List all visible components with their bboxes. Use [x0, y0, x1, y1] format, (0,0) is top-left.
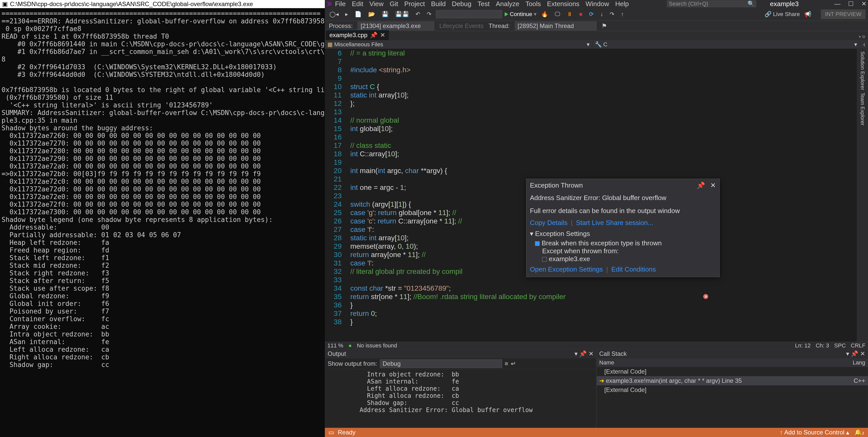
- zoom-level[interactable]: 111 %: [328, 342, 343, 349]
- scope-dropdown[interactable]: ▦ Miscellaneous Files ▾: [325, 41, 592, 48]
- col-name[interactable]: Name: [599, 359, 845, 366]
- pin-icon[interactable]: 📌: [370, 32, 378, 39]
- new-item-icon[interactable]: 📄: [352, 10, 364, 19]
- callstack-row[interactable]: [External Code]: [597, 367, 868, 376]
- config-dropdown[interactable]: [436, 10, 502, 18]
- liveshare-button[interactable]: 🔗 Live Share: [765, 11, 800, 18]
- debug-badge-icon: ▭: [329, 429, 334, 436]
- code-editor[interactable]: 6789101112131415161718192021222324252627…: [325, 49, 857, 342]
- exception-title: Exception Thrown: [530, 181, 583, 189]
- exception-popup: Exception Thrown 📌 ✕ Address Sanitizer E…: [526, 179, 720, 277]
- edit-conditions-link[interactable]: Edit Conditions: [611, 265, 656, 273]
- side-tool-tabs: Solution Explorer Team Explorer: [857, 49, 868, 342]
- split-icon[interactable]: ⫞: [860, 41, 868, 48]
- cmd-icon: ▣: [2, 1, 8, 8]
- clear-icon[interactable]: ≡: [505, 360, 508, 367]
- col-lang[interactable]: Lang: [845, 359, 865, 366]
- save-all-icon[interactable]: 💾💾: [393, 10, 411, 19]
- process-label: Process:: [329, 23, 352, 30]
- exception-settings-header[interactable]: ▾ Exception Settings: [530, 230, 716, 238]
- close-icon[interactable]: ✕: [860, 350, 865, 357]
- line-numbers: 6789101112131415161718192021222324252627…: [325, 49, 345, 326]
- line-indicator[interactable]: Ln: 12: [795, 342, 811, 349]
- step-out-icon[interactable]: ↑: [619, 10, 626, 19]
- solution-explorer-tab[interactable]: Solution Explorer: [860, 52, 865, 90]
- dropdown-icon[interactable]: ▾: [846, 350, 849, 357]
- col-indicator[interactable]: Ch: 3: [816, 342, 829, 349]
- close-icon[interactable]: ✕: [589, 350, 594, 357]
- step-over-icon[interactable]: ↷: [608, 10, 616, 19]
- tab-label: example3.cpp: [330, 32, 367, 39]
- module-checkbox[interactable]: [542, 257, 547, 262]
- error-marker-icon[interactable]: ✕: [703, 294, 708, 299]
- open-exception-settings-link[interactable]: Open Exception Settings: [530, 265, 603, 273]
- eol-indicator[interactable]: CRLF: [851, 342, 865, 349]
- debug-location-toolbar: Process: [21304] example3.exe Lifecycle …: [325, 21, 868, 31]
- nav-back-icon[interactable]: ◯◂: [328, 10, 341, 19]
- close-tab-icon[interactable]: ✕: [380, 32, 385, 39]
- redo-icon[interactable]: ↷: [425, 10, 433, 19]
- pin-icon[interactable]: 📌: [579, 350, 587, 357]
- tab-overflow-icon[interactable]: ▾ ⚙: [856, 33, 868, 40]
- break-when-checkbox[interactable]: [535, 241, 539, 246]
- step-into-icon[interactable]: ↓: [598, 10, 605, 19]
- search-placeholder: Search (Ctrl+Q): [669, 1, 708, 7]
- liveshare-icon: 🔗: [765, 11, 771, 17]
- thread-dropdown[interactable]: [28952] Main Thread: [515, 22, 596, 30]
- quick-search[interactable]: Search (Ctrl+Q) 🔍: [667, 1, 756, 7]
- tab-example3[interactable]: example3.cpp 📌 ✕: [326, 30, 389, 40]
- vs-titlebar[interactable]: FileEditViewGitProjectBuildDebugTestAnal…: [325, 0, 868, 8]
- stop-icon[interactable]: ■: [577, 10, 584, 19]
- pin-icon[interactable]: 📌: [851, 350, 858, 357]
- code-navbar: ▦ Miscellaneous Files ▾ 🔧 C ▾ ⫞: [325, 40, 868, 49]
- console-window: ▣ C:\MSDN\cpp-docs-pr\docs\c-language\AS…: [0, 0, 325, 437]
- maximize-button[interactable]: ☐: [848, 0, 854, 7]
- save-icon[interactable]: 💾: [380, 10, 391, 19]
- callstack-row[interactable]: [External Code]: [597, 385, 868, 395]
- search-icon: 🔍: [747, 1, 754, 7]
- output-source-dropdown[interactable]: Debug: [380, 359, 502, 368]
- minimize-button[interactable]: —: [834, 0, 840, 7]
- output-text[interactable]: Intra object redzone: bb ASan internal: …: [325, 369, 596, 428]
- restart-icon[interactable]: ⟳: [587, 10, 596, 19]
- close-popup-icon[interactable]: ✕: [710, 181, 716, 189]
- feedback-icon[interactable]: 📢: [802, 10, 813, 19]
- editor-status: 111 % ● No issues found Ln: 12 Ch: 3 SPC…: [325, 342, 868, 349]
- visual-studio-window: FileEditViewGitProjectBuildDebugTestAnal…: [325, 0, 868, 437]
- console-titlebar[interactable]: ▣ C:\MSDN\cpp-docs-pr\docs\c-language\AS…: [0, 0, 325, 8]
- member-dropdown[interactable]: 🔧 C ▾: [592, 41, 860, 48]
- window-buttons: — ☐ ✕: [834, 0, 866, 7]
- close-button[interactable]: ✕: [861, 0, 866, 7]
- notifications-icon[interactable]: 🔔₂: [854, 429, 864, 436]
- pin-popup-icon[interactable]: 📌: [697, 181, 705, 189]
- wrap-icon[interactable]: ↵: [511, 360, 516, 367]
- continue-button[interactable]: Continue ▾: [505, 11, 536, 18]
- console-output[interactable]: ========================================…: [0, 8, 325, 437]
- console-title-text: C:\MSDN\cpp-docs-pr\docs\c-language\ASAN…: [10, 1, 253, 8]
- undo-icon[interactable]: ↶: [413, 10, 422, 19]
- exception-detail: Full error details can be found in the o…: [530, 207, 716, 215]
- flag-icon[interactable]: ⚑: [601, 23, 607, 30]
- process-dropdown[interactable]: [21304] example3.exe: [358, 22, 434, 30]
- debug-target-icon[interactable]: 🖵: [553, 10, 562, 19]
- pause-icon[interactable]: ⏸: [565, 10, 575, 19]
- copy-details-link[interactable]: Copy Details: [530, 219, 567, 227]
- add-source-control[interactable]: ↑ Add to Source Control ▴: [780, 429, 849, 436]
- indent-indicator[interactable]: SPC: [834, 342, 845, 349]
- exception-message: Address Sanitizer Error: Global buffer o…: [530, 194, 716, 202]
- main-toolbar: ◯◂ ▸ 📄 📂 💾 💾💾 ↶ ↷ Continue ▾ 🔥 🖵 ⏸ ■ ⟳ ↓…: [325, 8, 868, 21]
- nav-fwd-icon[interactable]: ▸: [343, 10, 350, 19]
- callstack-title: Call Stack: [599, 350, 627, 357]
- open-icon[interactable]: 📂: [366, 10, 377, 19]
- callstack-row[interactable]: ➜example3.exe!main(int argc, char * * ar…: [597, 376, 868, 385]
- dropdown-icon[interactable]: ▾: [575, 350, 578, 357]
- hot-reload-icon[interactable]: 🔥: [539, 10, 550, 19]
- start-liveshare-link[interactable]: Start Live Share session...: [576, 219, 653, 227]
- issues-label[interactable]: No issues found: [357, 342, 397, 349]
- team-explorer-tab[interactable]: Team Explorer: [860, 93, 865, 126]
- chevron-down-icon[interactable]: ▾: [534, 11, 536, 18]
- show-output-label: Show output from:: [328, 360, 377, 367]
- vs-statusbar: ▭ Ready ↑ Add to Source Control ▴ 🔔₂: [325, 428, 868, 437]
- thread-label: Thread:: [489, 23, 510, 30]
- play-icon: [505, 12, 508, 16]
